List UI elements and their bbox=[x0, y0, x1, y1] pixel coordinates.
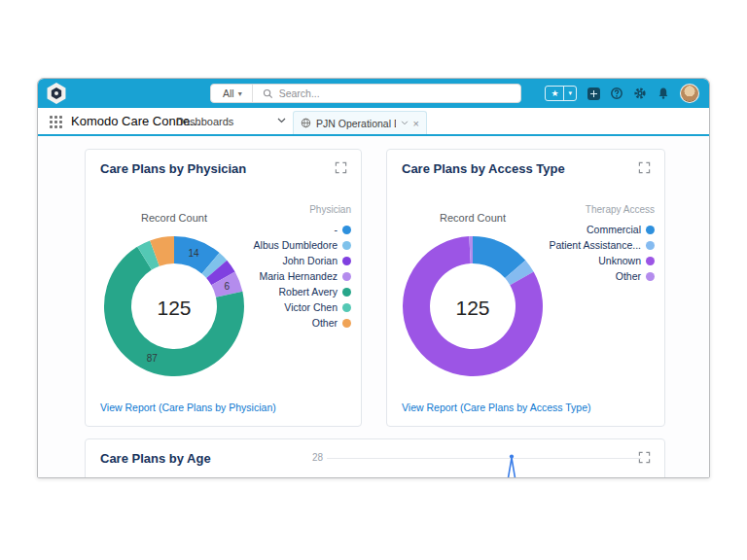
legend-item[interactable]: Robert Avery bbox=[254, 284, 351, 299]
tab-pjn-operational-dashboard[interactable]: PJN Operational Da... × bbox=[293, 111, 427, 134]
chart-measure-label: Record Count bbox=[414, 212, 531, 224]
legend-label: - bbox=[335, 224, 338, 235]
card-care-plans-by-age: Care Plans by Age 28 bbox=[85, 438, 665, 478]
slice-value-label: 6 bbox=[224, 281, 230, 292]
dashboard-content: Care Plans by Physician Record Count 146… bbox=[38, 136, 709, 478]
global-actions-button[interactable] bbox=[587, 87, 600, 100]
notifications-button[interactable] bbox=[657, 87, 670, 100]
legend-item[interactable]: - bbox=[254, 222, 351, 237]
legend-dot bbox=[646, 226, 655, 234]
legend-dot bbox=[342, 257, 351, 265]
search-input[interactable] bbox=[273, 88, 520, 99]
slice-value-label: 14 bbox=[188, 248, 199, 259]
legend-item[interactable]: Commercial bbox=[549, 222, 655, 237]
favorites-control[interactable]: ★ ▾ bbox=[545, 86, 577, 101]
legend-item[interactable]: John Dorian bbox=[254, 253, 351, 268]
setup-button[interactable] bbox=[633, 87, 647, 100]
legend-item[interactable]: Unknown bbox=[549, 253, 655, 268]
header-actions: ★ ▾ bbox=[545, 79, 699, 108]
tab-label: PJN Operational Da... bbox=[316, 118, 396, 129]
app-launcher-icon[interactable] bbox=[50, 116, 62, 128]
card-care-plans-by-physician: Care Plans by Physician Record Count 146… bbox=[85, 149, 362, 427]
legend-dot bbox=[646, 257, 655, 265]
legend-item[interactable]: Maria Hernandez bbox=[254, 268, 351, 284]
chart-legend-access-type: Therapy Access Commercial Patient Assist… bbox=[549, 204, 655, 284]
nav-item-dashboards[interactable]: Dashboards bbox=[176, 116, 233, 127]
donut-center-total: 125 bbox=[135, 297, 213, 320]
expand-button[interactable] bbox=[334, 161, 348, 176]
legend-title: Therapy Access bbox=[549, 204, 655, 215]
legend-label: Maria Hernandez bbox=[259, 270, 338, 282]
view-report-link[interactable]: View Report (Care Plans by Access Type) bbox=[402, 402, 591, 413]
nav-bar: Komodo Care Conne... Dashboards PJN Oper… bbox=[38, 108, 709, 136]
chart-legend-physician: Physician - Albus Dumbledore John Dorian… bbox=[254, 204, 351, 331]
search-scope-dropdown[interactable]: All ▾ bbox=[211, 85, 253, 102]
legend-label: Other bbox=[616, 270, 641, 282]
line-chart-peak[interactable] bbox=[492, 439, 531, 478]
legend-dot bbox=[342, 272, 351, 281]
legend-label: Other bbox=[312, 317, 338, 329]
card-title: Care Plans by Physician bbox=[100, 161, 246, 176]
search-icon bbox=[263, 88, 273, 99]
slice-value-label: 87 bbox=[147, 353, 159, 364]
legend-title: Physician bbox=[254, 204, 351, 215]
gear-icon bbox=[633, 87, 647, 100]
caret-down-icon: ▾ bbox=[238, 89, 242, 98]
legend-label: Robert Avery bbox=[278, 286, 338, 298]
legend-dot bbox=[646, 241, 655, 250]
favorites-caret-icon[interactable]: ▾ bbox=[564, 87, 576, 100]
legend-label: John Dorian bbox=[282, 255, 338, 266]
tab-chevron-down-icon[interactable] bbox=[401, 121, 409, 125]
help-button[interactable] bbox=[610, 87, 623, 100]
user-avatar[interactable] bbox=[680, 84, 699, 103]
legend-label: Albus Dumbledore bbox=[254, 239, 338, 251]
expand-icon bbox=[335, 161, 347, 174]
screenshot-canvas: All ▾ ★ ▾ bbox=[0, 0, 747, 560]
global-search[interactable]: All ▾ bbox=[210, 84, 521, 103]
card-title: Care Plans by Access Type bbox=[402, 161, 565, 176]
bell-icon bbox=[657, 87, 670, 100]
komodo-logo-icon bbox=[46, 83, 67, 104]
app-window: All ▾ ★ ▾ bbox=[37, 78, 710, 478]
legend-item[interactable]: Other bbox=[254, 315, 351, 331]
legend-label: Victor Chen bbox=[284, 301, 338, 313]
gridline bbox=[327, 458, 641, 459]
help-icon bbox=[610, 87, 623, 100]
legend-item[interactable]: Patient Assistance... bbox=[549, 237, 655, 253]
legend-item[interactable]: Victor Chen bbox=[254, 299, 351, 315]
expand-button[interactable] bbox=[637, 161, 652, 176]
global-header: All ▾ ★ ▾ bbox=[38, 79, 709, 108]
legend-label: Unknown bbox=[598, 255, 641, 266]
card-title: Care Plans by Age bbox=[100, 451, 211, 466]
legend-dot bbox=[342, 288, 351, 297]
legend-dot bbox=[342, 319, 351, 328]
tab-close-icon[interactable]: × bbox=[413, 119, 419, 128]
legend-item[interactable]: Other bbox=[549, 268, 655, 284]
legend-dot bbox=[646, 272, 655, 281]
legend-label: Patient Assistance... bbox=[549, 239, 641, 251]
chart-measure-label: Record Count bbox=[116, 212, 232, 224]
legend-dot bbox=[342, 241, 351, 250]
card-care-plans-by-access-type: Care Plans by Access Type Record Count 1… bbox=[386, 149, 665, 427]
donut-center-total: 125 bbox=[434, 297, 512, 320]
search-scope-label: All bbox=[223, 88, 234, 99]
favorites-star-icon[interactable]: ★ bbox=[546, 87, 564, 100]
globe-icon bbox=[301, 118, 311, 128]
expand-icon bbox=[638, 161, 651, 174]
legend-item[interactable]: Albus Dumbledore bbox=[254, 237, 351, 253]
view-report-link[interactable]: View Report (Care Plans by Physician) bbox=[100, 402, 276, 413]
legend-dot bbox=[342, 303, 351, 312]
y-axis-tick-label: 28 bbox=[294, 452, 323, 463]
plus-icon bbox=[587, 88, 600, 100]
chevron-down-icon[interactable] bbox=[277, 118, 286, 123]
legend-label: Commercial bbox=[587, 224, 641, 235]
legend-dot bbox=[342, 226, 351, 234]
